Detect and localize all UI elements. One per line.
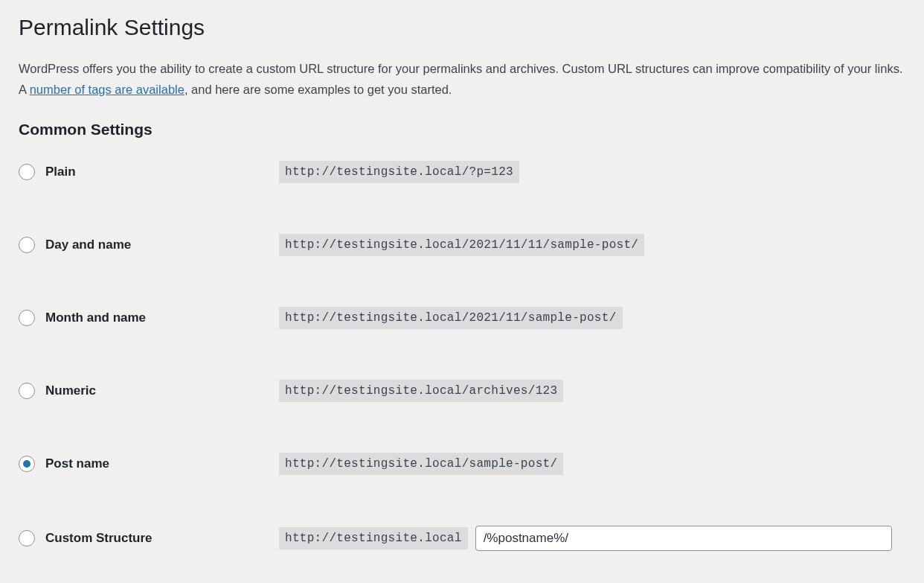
custom-prefix: http://testingsite.local [279,527,468,549]
radio-day-name[interactable] [19,237,35,253]
radio-month-name[interactable] [19,310,35,326]
option-value-col: http://testingsite.local/2021/11/sample-… [279,307,623,329]
tags-available-link[interactable]: number of tags are available [30,83,185,96]
permalink-settings-table: Plain http://testingsite.local/?p=123 Da… [19,161,905,551]
option-value-col: http://testingsite.local/sample-post/ [279,453,563,475]
permalink-option-day-name: Day and name http://testingsite.local/20… [19,234,905,256]
option-label-col: Numeric [19,383,279,399]
intro-after-link: , and here are some examples to get you … [185,83,452,96]
label-custom[interactable]: Custom Structure [45,531,153,546]
option-label-col: Month and name [19,310,279,326]
permalink-option-plain: Plain http://testingsite.local/?p=123 [19,161,905,183]
option-label-col: Custom Structure [19,530,279,547]
label-month-name[interactable]: Month and name [45,310,146,325]
option-label-col: Day and name [19,237,279,253]
option-label-col: Post name [19,456,279,472]
permalink-option-custom: Custom Structure http://testingsite.loca… [19,526,905,551]
option-value-col: http://testingsite.local/archives/123 [279,380,563,402]
example-plain: http://testingsite.local/?p=123 [279,161,519,183]
common-settings-heading: Common Settings [19,121,905,138]
radio-custom[interactable] [19,530,35,547]
custom-structure-input[interactable] [475,526,892,551]
permalink-option-month-name: Month and name http://testingsite.local/… [19,307,905,329]
permalink-option-numeric: Numeric http://testingsite.local/archive… [19,380,905,402]
radio-plain[interactable] [19,164,35,180]
radio-post-name[interactable] [19,456,35,472]
permalink-option-post-name: Post name http://testingsite.local/sampl… [19,453,905,475]
option-value-col: http://testingsite.local/2021/11/11/samp… [279,234,644,256]
label-day-name[interactable]: Day and name [45,238,131,252]
intro-text: WordPress offers you the ability to crea… [19,58,905,100]
radio-numeric[interactable] [19,383,35,399]
option-value-col: http://testingsite.local/?p=123 [279,161,519,183]
label-plain[interactable]: Plain [45,165,76,179]
example-day-name: http://testingsite.local/2021/11/11/samp… [279,234,644,256]
page-title: Permalink Settings [19,15,905,40]
label-numeric[interactable]: Numeric [45,383,96,398]
example-post-name: http://testingsite.local/sample-post/ [279,453,563,475]
example-numeric: http://testingsite.local/archives/123 [279,380,563,402]
example-month-name: http://testingsite.local/2021/11/sample-… [279,307,623,329]
label-post-name[interactable]: Post name [45,456,109,471]
option-label-col: Plain [19,164,279,180]
option-value-col: http://testingsite.local [279,526,892,551]
